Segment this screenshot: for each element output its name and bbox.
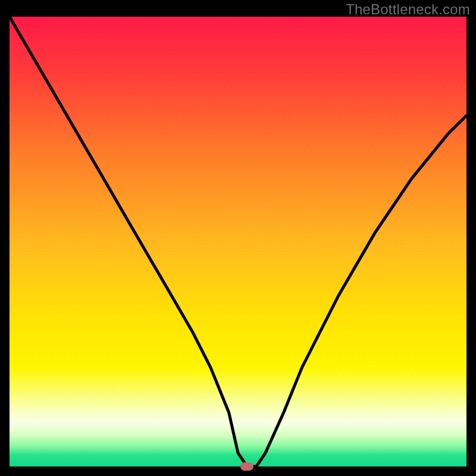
- gradient-background: [10, 17, 466, 466]
- plot-area: [10, 17, 466, 466]
- plot-svg: [10, 17, 466, 466]
- optimal-marker: [240, 462, 253, 471]
- chart-frame: TheBottleneck.com: [0, 0, 476, 476]
- watermark-text: TheBottleneck.com: [346, 1, 470, 18]
